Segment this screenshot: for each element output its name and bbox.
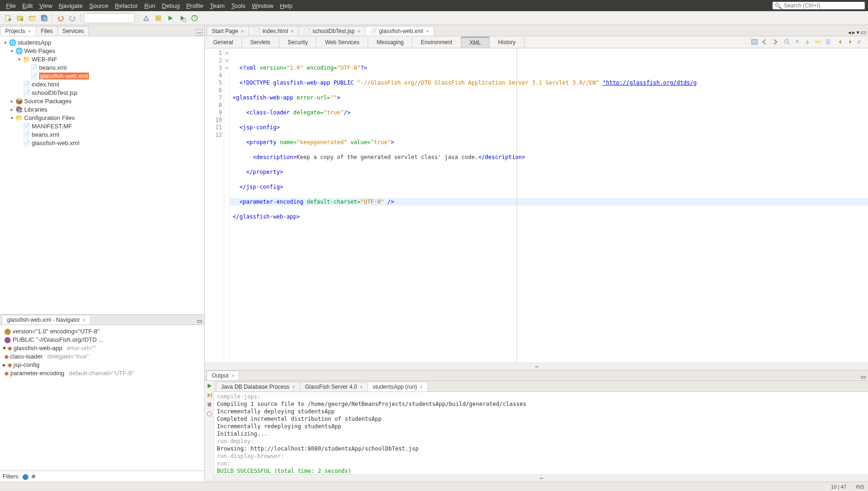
menu-profile[interactable]: Profile [183,1,207,11]
quick-search-input[interactable] [784,2,863,9]
close-icon[interactable]: × [28,28,31,34]
menu-file[interactable]: File [3,1,19,11]
tree-libraries[interactable]: ▸📚Libraries [0,105,204,113]
toggle-highlight-button[interactable] [814,38,822,46]
menu-source[interactable]: Source [86,1,112,11]
menu-navigate[interactable]: Navigate [55,1,86,11]
menu-refactor[interactable]: Refactor [112,1,141,11]
code-content[interactable]: <?xml version="1.0" encoding="UTF-8"?> <… [230,48,868,363]
navigator-tree[interactable]: ⬤version="1.0" encoding="UTF-8" ⬤PUBLIC … [0,325,204,471]
editor-tab-glassfish-web[interactable]: 📄glassfish-web.xml× [365,26,434,36]
filter-pi-icon[interactable]: ⬤ [22,473,28,480]
save-all-button[interactable] [39,13,49,23]
tree-manifest[interactable]: 📄MANIFEST.MF [0,122,204,130]
nav-jsp-config[interactable]: ▸◆jsp-config [0,360,204,369]
build-button[interactable] [141,13,151,23]
fold-gutter[interactable]: ⊟⊟⊟ [224,48,230,363]
tree-beans-xml-2[interactable]: 📄beans.xml [0,130,204,139]
nav-xml-declaration[interactable]: ⬤version="1.0" encoding="UTF-8" [0,327,204,335]
close-icon[interactable]: × [292,384,295,390]
close-icon[interactable]: × [426,28,429,34]
output-settings-button[interactable] [206,411,213,417]
find-selection-button[interactable] [783,38,792,46]
tree-web-pages[interactable]: ▾🌐Web Pages [0,46,204,55]
menu-help[interactable]: Help [276,1,296,11]
minimize-panel-button[interactable]: ▭ [861,373,866,380]
filter-attr-icon[interactable]: ✱ [31,473,36,480]
close-icon[interactable]: × [360,384,363,390]
menu-edit[interactable]: Edit [19,1,36,11]
new-project-button[interactable] [15,13,25,23]
last-edit-button[interactable] [751,38,759,46]
minimize-panel-button[interactable]: ▭ [196,29,202,36]
tab-files[interactable]: Files [36,26,58,36]
view-tab-general[interactable]: General [205,37,242,47]
tab-services[interactable]: Services [57,26,89,36]
close-icon[interactable]: × [357,28,360,34]
nav-root-element[interactable]: ▾◆glassfish-web-app error-url="" [0,344,204,352]
new-file-button[interactable] [3,13,13,23]
redo-button[interactable] [67,13,78,23]
open-project-button[interactable] [27,13,37,23]
tree-glassfish-xml[interactable]: 📄glassfish-web.xml [0,72,204,80]
output-tab-studentsapp[interactable]: studentsApp (run)× [368,382,428,391]
view-tab-security[interactable]: Security [279,37,316,47]
menu-window[interactable]: Window [249,1,276,11]
nav-doctype[interactable]: ⬤PUBLIC "-//GlassFish.org//DTD ... [0,335,204,344]
shift-right-button[interactable] [847,38,855,46]
output-hscroll[interactable]: ⬌ [214,474,868,482]
nav-parameter-encoding[interactable]: ◆parameter-encoding default-charset="UTF… [0,369,204,377]
find-previous-button[interactable] [794,38,802,46]
view-tab-history[interactable]: History [490,37,524,47]
toggle-bookmark-button[interactable] [824,38,833,46]
editor-tab-index-html[interactable]: 📄index.html× [249,26,299,36]
code-editor[interactable]: 123456789101112 ⊟⊟⊟ <?xml version="1.0" … [205,48,868,363]
rerun-step-button[interactable] [206,392,213,398]
stop-button[interactable] [206,401,213,408]
show-opened-documents-button[interactable]: ▾ [856,29,860,36]
output-tab-glassfish[interactable]: GlassFish Server 4.0× [300,382,368,391]
editor-hscroll[interactable]: ⬌ [205,363,868,370]
tree-source-packages[interactable]: ▸📦Source Packages [0,97,204,105]
scroll-tabs-right-button[interactable]: ▸ [852,29,855,36]
minimize-panel-button[interactable]: ▭ [197,318,202,325]
tree-school-jsp[interactable]: 📄schoolDbTest.jsp [0,88,204,97]
close-icon[interactable]: × [291,28,294,34]
tree-index-html[interactable]: 📄index.html [0,80,204,88]
projects-tree[interactable]: ▾🌐studentsApp ▾🌐Web Pages ▾📁WEB-INF 📄bea… [0,36,204,314]
view-tab-servlets[interactable]: Servlets [242,37,279,47]
view-tab-webservices[interactable]: Web Services [316,37,368,47]
view-tab-environment[interactable]: Environment [412,37,461,47]
quick-search[interactable]: 🔍 [772,1,865,10]
output-console[interactable]: compile-jsps:Compiling 1 source file to … [214,392,868,474]
editor-tab-start-page[interactable]: Start Page× [207,26,249,36]
maximize-window-button[interactable]: ▭ [861,29,866,36]
rerun-button[interactable] [206,383,213,389]
menu-tools[interactable]: Tools [228,1,249,11]
menu-run[interactable]: Run [141,1,159,11]
tree-config-files[interactable]: ▾📁Configuration Files [0,113,204,122]
tree-glassfish-xml-2[interactable]: 📄glassfish-web.xml [0,139,204,147]
tab-navigator[interactable]: glassfish-web.xml - Navigator× [2,315,91,325]
menu-view[interactable]: View [36,1,55,11]
run-button[interactable] [165,13,175,23]
close-icon[interactable]: × [83,317,86,323]
back-button[interactable] [761,38,769,46]
menu-debug[interactable]: Debug [159,1,183,11]
tab-projects[interactable]: Projects× [0,26,36,36]
tree-beans-xml[interactable]: 📄beans.xml [0,63,204,72]
tree-project-root[interactable]: ▾🌐studentsApp [0,38,204,46]
tree-web-inf[interactable]: ▾📁WEB-INF [0,55,204,63]
undo-button[interactable] [55,13,66,23]
debug-button[interactable] [177,13,188,23]
comment-button[interactable]: // [857,38,865,46]
profile-button[interactable] [189,13,200,23]
close-icon[interactable]: × [231,373,234,378]
editor-tab-schooldbtest[interactable]: 📄schoolDbTest.jsp× [298,26,365,36]
config-dropdown[interactable] [84,13,135,23]
output-tab-javadb[interactable]: Java DB Database Process× [216,382,300,391]
menu-team[interactable]: Team [207,1,228,11]
scroll-tabs-left-button[interactable]: ◂ [848,29,851,36]
shift-left-button[interactable] [836,38,845,46]
close-icon[interactable]: × [241,28,244,34]
